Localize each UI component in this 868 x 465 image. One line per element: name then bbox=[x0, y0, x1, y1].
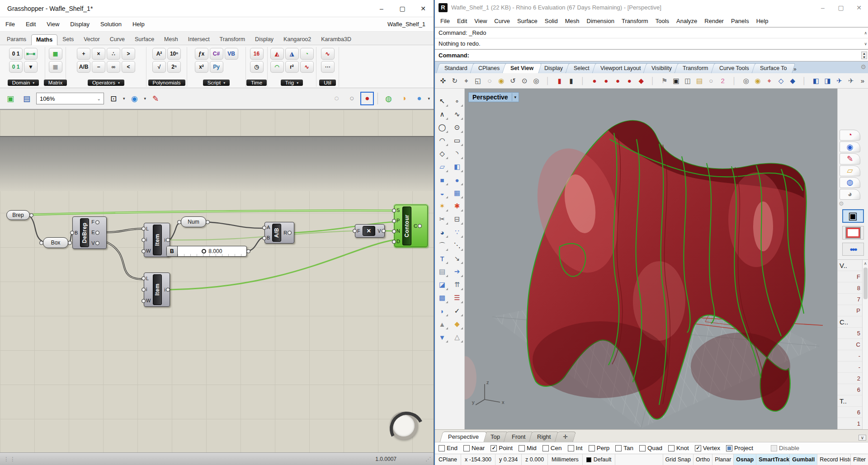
tool-icon[interactable]: △ bbox=[450, 331, 464, 343]
rhino-menu-item[interactable]: File bbox=[437, 15, 453, 27]
ribbon-icon[interactable]: ◔ bbox=[300, 48, 314, 60]
chevron-down-icon[interactable]: ▾ bbox=[428, 96, 430, 101]
gh-close-button[interactable]: ✕ bbox=[413, 0, 434, 17]
panel-tab-icon[interactable]: ✎ bbox=[840, 153, 860, 164]
tool-icon[interactable]: ▩ bbox=[435, 291, 449, 304]
ribbon-icon[interactable]: ◮ bbox=[285, 48, 299, 60]
gh-tab[interactable]: Surface bbox=[130, 34, 159, 45]
port-input[interactable]: L bbox=[146, 226, 151, 231]
toolbar-icon[interactable]: ◱ bbox=[472, 75, 483, 87]
named-views-camera-button[interactable]: ▣ bbox=[842, 209, 864, 223]
rhino-menu-item[interactable]: Render bbox=[701, 15, 727, 27]
toolbar-icon[interactable]: ▣ bbox=[671, 75, 682, 87]
panel-tab-icon[interactable]: ◍ bbox=[840, 177, 860, 188]
ribbon-icon[interactable]: r² bbox=[285, 61, 299, 73]
toolbar-icon[interactable]: ◨ bbox=[822, 75, 833, 87]
gh-tab[interactable]: Vector bbox=[79, 34, 104, 45]
checkbox[interactable] bbox=[519, 445, 525, 451]
gh-tab[interactable]: Intersect bbox=[183, 34, 215, 45]
checkbox[interactable] bbox=[568, 445, 574, 451]
tool-icon[interactable]: ➔ bbox=[450, 265, 464, 278]
scroll-down-icon[interactable]: ∨ bbox=[859, 435, 866, 441]
toolbar-icon[interactable]: ◧ bbox=[811, 75, 821, 87]
gh-group-label-util[interactable]: Util bbox=[319, 80, 336, 86]
port-output[interactable]: i bbox=[164, 287, 165, 292]
property-row[interactable]: 2 bbox=[838, 373, 862, 384]
preview-mode-icon[interactable]: ◌ bbox=[330, 92, 343, 105]
status-toggle[interactable]: Filter bbox=[850, 454, 868, 465]
port-input[interactable]: W bbox=[146, 249, 151, 254]
toolbar-icon[interactable]: ▤ bbox=[694, 75, 705, 87]
gh-menu-item[interactable]: View bbox=[41, 17, 65, 31]
property-row[interactable]: 6 bbox=[838, 407, 862, 418]
rhino-minimize-button[interactable]: – bbox=[814, 0, 832, 15]
osnap-checkbox[interactable]: Point bbox=[491, 445, 513, 451]
gh-titlebar[interactable]: Grasshopper - Wafle_Shelf_1* – ▢ ✕ bbox=[0, 0, 434, 17]
ribbon-icon[interactable]: ∿ bbox=[321, 48, 335, 60]
checkbox[interactable] bbox=[615, 445, 622, 451]
ribbon-icon[interactable]: A/B bbox=[77, 61, 90, 73]
port-input[interactable]: i bbox=[146, 237, 151, 242]
rhino-maximize-button[interactable]: ▢ bbox=[832, 0, 850, 15]
checkbox[interactable] bbox=[439, 445, 445, 451]
port-input[interactable]: N bbox=[396, 229, 400, 234]
checkbox[interactable] bbox=[639, 445, 646, 451]
ribbon-icon[interactable]: ƒx bbox=[195, 48, 208, 60]
gh-group-label-matrix[interactable]: Matrix bbox=[44, 80, 67, 86]
checkbox[interactable] bbox=[589, 445, 595, 451]
viewport-title-menu[interactable]: Perspective ▾ bbox=[468, 92, 519, 102]
status-cell[interactable]: Millimeters bbox=[548, 454, 583, 465]
preview-mode-icon[interactable]: ○ bbox=[345, 92, 359, 105]
viewport-tab[interactable]: Perspective bbox=[440, 432, 487, 442]
node-brep[interactable]: Brep bbox=[6, 210, 30, 220]
panel-tab-icon[interactable]: ▱ bbox=[840, 165, 860, 176]
property-row[interactable]: F bbox=[838, 271, 862, 282]
chevron-down-icon[interactable]: ▾ bbox=[512, 93, 519, 101]
ribbon-icon[interactable]: x² bbox=[195, 61, 208, 73]
ribbon-icon[interactable]: ◭ bbox=[270, 48, 284, 60]
gh-tab[interactable]: Mesh bbox=[159, 34, 183, 45]
tool-icon[interactable]: ◕ bbox=[435, 226, 449, 239]
gh-tab[interactable]: Sets bbox=[57, 34, 79, 45]
tool-icon[interactable]: ∵ bbox=[450, 226, 464, 239]
gh-menu-item[interactable]: File bbox=[0, 17, 20, 31]
ribbon-icon[interactable]: 2ⁿ bbox=[167, 61, 181, 73]
rhino-menu-item[interactable]: Solid bbox=[541, 15, 561, 27]
port-input[interactable]: B bbox=[75, 230, 78, 235]
toolbar-icon[interactable]: ◉ bbox=[752, 75, 763, 87]
status-cell[interactable]: z 0.000 bbox=[522, 454, 548, 465]
toolbar-tab[interactable]: Viewport Layout bbox=[592, 63, 649, 73]
toolbar-tab[interactable]: Standard bbox=[436, 63, 476, 73]
node-item-2[interactable]: L i W Item i bbox=[144, 272, 170, 307]
tool-icon[interactable]: ◪ bbox=[435, 278, 449, 291]
ribbon-icon[interactable]: ▦ bbox=[49, 61, 62, 73]
tool-icon[interactable]: ▭ bbox=[450, 134, 464, 147]
rhino-menu-item[interactable]: Mesh bbox=[561, 15, 583, 27]
property-row[interactable]: P bbox=[838, 305, 862, 316]
status-toggle[interactable]: Osnap bbox=[733, 454, 756, 465]
tool-icon[interactable]: ⌒ bbox=[435, 239, 449, 252]
gh-group-label-time[interactable]: Time bbox=[246, 80, 267, 86]
port-output[interactable]: R bbox=[283, 230, 287, 235]
ribbon-icon[interactable]: C# bbox=[210, 48, 223, 60]
toolbar-icon[interactable]: ● bbox=[613, 75, 623, 87]
toolbar-icon[interactable]: ◆ bbox=[787, 75, 798, 87]
gh-canvas[interactable]: Brep Box B DeBrep F E V L i W bbox=[0, 110, 434, 452]
toolbar-icon[interactable]: ⊙ bbox=[519, 75, 530, 87]
port-input[interactable]: A bbox=[267, 225, 270, 230]
checkbox[interactable] bbox=[491, 445, 497, 451]
property-row[interactable]: 6 bbox=[838, 384, 862, 395]
gh-maximize-button[interactable]: ▢ bbox=[392, 0, 413, 17]
checkbox[interactable] bbox=[668, 445, 675, 451]
status-cell[interactable]: x -154.300 bbox=[461, 454, 495, 465]
ribbon-icon[interactable]: Py bbox=[210, 61, 223, 73]
toolbar-icon[interactable]: ✜ bbox=[438, 75, 448, 87]
tool-icon[interactable]: ✂ bbox=[435, 213, 449, 225]
ribbon-icon[interactable]: VB bbox=[225, 48, 238, 60]
port-input[interactable]: F bbox=[357, 229, 360, 234]
checkbox[interactable] bbox=[695, 445, 701, 451]
port-input[interactable]: B bbox=[267, 235, 270, 240]
tool-icon[interactable]: T bbox=[435, 252, 449, 265]
osnap-checkbox[interactable]: Int bbox=[568, 445, 583, 451]
property-row[interactable]: 8 bbox=[838, 282, 862, 294]
